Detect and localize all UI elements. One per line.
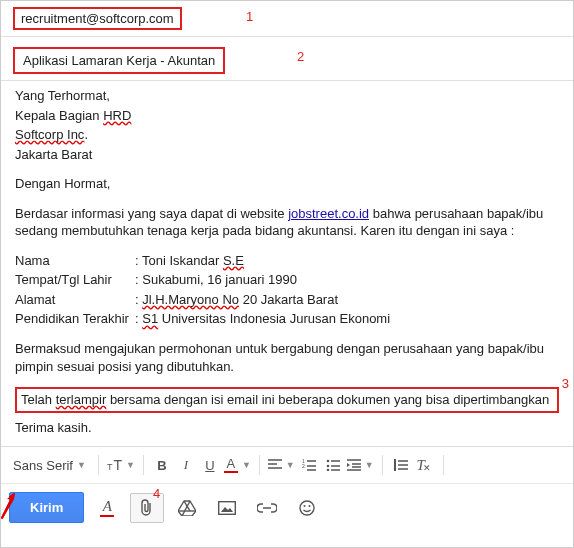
paperclip-icon	[140, 499, 154, 517]
annotation-4: 4	[153, 486, 160, 501]
italic-button[interactable]: I	[174, 453, 198, 477]
annotation-1: 1	[246, 9, 253, 24]
insert-emoji-button[interactable]	[290, 493, 324, 523]
body-line: Bermaksud mengajukan permohonan untuk be…	[15, 340, 559, 375]
indent-button[interactable]: ▼	[345, 453, 376, 477]
body-line: Yang Terhormat,	[15, 87, 559, 105]
subject-field[interactable]: Aplikasi Lamaran Kerja - Akuntan	[13, 47, 225, 74]
link-icon	[257, 503, 277, 513]
svg-point-10	[326, 469, 329, 471]
body-line: Berdasar informasi yang saya dapat di we…	[15, 205, 559, 240]
text-color-button[interactable]: A ▼	[222, 453, 253, 477]
insert-drive-button[interactable]	[170, 493, 204, 523]
body-line: Jakarta Barat	[15, 146, 559, 164]
chevron-down-icon: ▼	[77, 460, 86, 470]
svg-point-9	[326, 465, 329, 468]
insert-link-button[interactable]	[250, 493, 284, 523]
body-line: Dengan Hormat,	[15, 175, 559, 193]
bold-button[interactable]: B	[150, 453, 174, 477]
numbered-list-button[interactable]: 12	[297, 453, 321, 477]
svg-marker-26	[178, 501, 196, 516]
body-line: Tempat/Tgl Lahir: Sukabumi, 16 januari 1…	[15, 271, 559, 289]
chevron-down-icon: ▼	[365, 460, 374, 470]
svg-point-32	[300, 501, 314, 515]
formatting-toggle-button[interactable]: A	[90, 493, 124, 523]
chevron-down-icon: ▼	[242, 460, 251, 470]
font-family-picker[interactable]: Sans Serif ▼	[9, 453, 92, 477]
body-line: Kepala Bagian HRD	[15, 107, 559, 125]
quote-button[interactable]	[389, 453, 413, 477]
arrow-callout-icon	[0, 486, 18, 520]
font-family-label: Sans Serif	[13, 458, 73, 473]
bulleted-list-button[interactable]	[321, 453, 345, 477]
underline-button[interactable]: U	[198, 453, 222, 477]
annotation-2: 2	[297, 49, 304, 64]
svg-point-8	[326, 460, 329, 463]
remove-formatting-button[interactable]: T✕	[413, 453, 437, 477]
body-line: Alamat: Jl.H.Maryono No 20 Jakarta Barat	[15, 291, 559, 309]
annotation-3: 3	[562, 375, 569, 393]
body-line: Softcorp Inc.	[15, 126, 559, 144]
insert-photo-button[interactable]	[210, 493, 244, 523]
svg-rect-30	[219, 501, 236, 514]
body-line: Pendidikan Terakhir: S1 Universitas Indo…	[15, 310, 559, 328]
svg-text:2: 2	[302, 463, 305, 469]
svg-marker-25	[7, 494, 13, 500]
to-field[interactable]: recruitment@softcorp.com	[13, 7, 182, 30]
format-toolbar: Sans Serif ▼ TT ▼ B I U A ▼ ▼ 12 ▼	[1, 447, 573, 484]
subject-field-row: Aplikasi Lamaran Kerja - Akuntan 2	[1, 37, 573, 81]
email-body[interactable]: Yang Terhormat, Kepala Bagian HRD Softco…	[1, 81, 573, 442]
drive-icon	[178, 500, 196, 516]
align-button[interactable]: ▼	[266, 453, 297, 477]
font-size-picker[interactable]: TT ▼	[105, 453, 137, 477]
svg-point-34	[309, 505, 311, 507]
emoji-icon	[299, 500, 315, 516]
body-line: Terima kasih.	[15, 419, 559, 437]
chevron-down-icon: ▼	[286, 460, 295, 470]
attachment-sentence: Telah terlampir bersama dengan isi email…	[15, 387, 559, 413]
chevron-down-icon: ▼	[126, 460, 135, 470]
send-bar: Kirim A 4	[1, 484, 573, 531]
to-field-row: recruitment@softcorp.com 1	[1, 1, 573, 37]
svg-point-33	[304, 505, 306, 507]
send-button[interactable]: Kirim	[9, 492, 84, 523]
svg-marker-18	[347, 463, 350, 467]
image-icon	[218, 501, 236, 515]
body-line: Nama: Toni Iskandar S.E	[15, 252, 559, 270]
link-jobstreet[interactable]: jobstreet.co.id	[288, 206, 369, 221]
svg-marker-31	[221, 507, 233, 512]
